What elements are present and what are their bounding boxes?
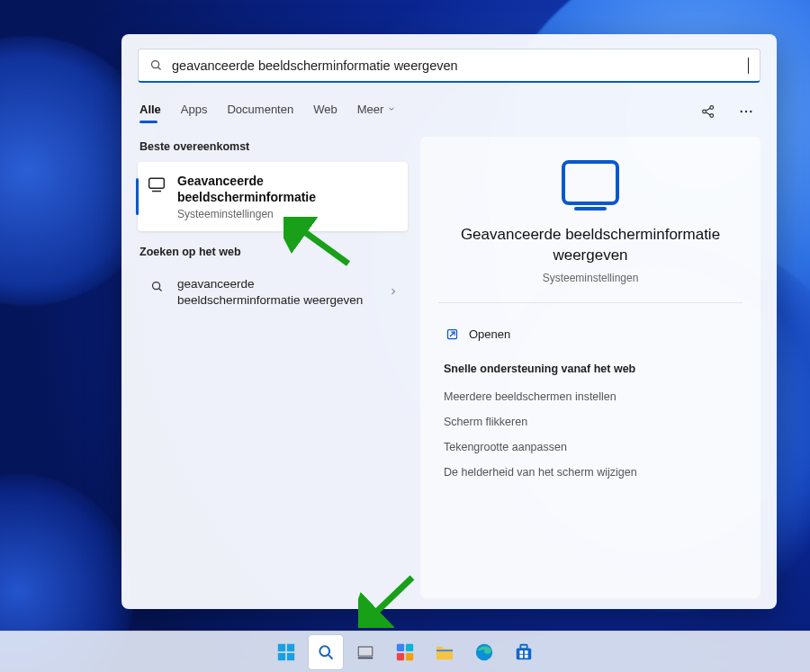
- svg-line-5: [706, 108, 710, 111]
- filter-tabs: Alle Apps Documenten Web Meer: [138, 99, 760, 124]
- svg-rect-27: [359, 647, 373, 655]
- taskview-button[interactable]: [348, 635, 382, 669]
- result-subtitle: Systeeminstellingen: [177, 208, 316, 220]
- svg-rect-37: [519, 650, 523, 654]
- tab-documents[interactable]: Documenten: [227, 103, 293, 121]
- text-cursor: [748, 58, 749, 74]
- svg-point-8: [745, 111, 747, 112]
- results-list: Beste overeenkomst Geavanceerde beeldsch…: [138, 137, 408, 598]
- web-heading: Zoeken op het web: [140, 246, 406, 258]
- svg-point-12: [152, 282, 159, 290]
- edge-button[interactable]: [467, 635, 501, 669]
- svg-rect-38: [525, 650, 528, 654]
- svg-rect-21: [287, 643, 294, 650]
- svg-rect-30: [406, 643, 413, 650]
- divider: [438, 302, 742, 303]
- svg-rect-23: [287, 652, 294, 659]
- web-result-line1: geavanceerde: [177, 276, 363, 292]
- svg-point-3: [710, 106, 714, 110]
- store-button[interactable]: [507, 635, 541, 669]
- svg-point-7: [741, 111, 742, 112]
- svg-rect-40: [525, 654, 528, 658]
- taskbar: [0, 631, 810, 672]
- svg-point-2: [703, 110, 706, 113]
- quick-link[interactable]: Meerdere beeldschermen instellen: [442, 384, 739, 409]
- svg-rect-29: [397, 643, 404, 650]
- best-match-heading: Beste overeenkomst: [140, 140, 406, 153]
- taskbar-search-button[interactable]: [309, 635, 343, 669]
- search-icon: [147, 276, 166, 293]
- svg-line-25: [328, 654, 333, 659]
- web-result-line2: beeldscherminformatie weergeven: [177, 292, 363, 309]
- quick-link[interactable]: Tekengrootte aanpassen: [442, 435, 739, 460]
- search-icon: [149, 58, 163, 72]
- svg-line-13: [158, 289, 161, 291]
- svg-point-9: [750, 111, 752, 112]
- svg-point-0: [152, 61, 159, 68]
- svg-line-1: [158, 67, 161, 70]
- quick-help-heading: Snelle ondersteuning vanaf het web: [444, 363, 737, 375]
- open-icon: [444, 327, 460, 343]
- tab-web[interactable]: Web: [313, 103, 338, 121]
- open-label: Openen: [469, 327, 510, 341]
- chevron-down-icon: [387, 104, 396, 113]
- result-title-line1: Geavanceerde: [177, 173, 316, 189]
- svg-rect-20: [278, 643, 285, 650]
- svg-rect-22: [278, 652, 285, 659]
- open-action[interactable]: Openen: [442, 319, 739, 350]
- svg-rect-32: [406, 652, 413, 659]
- search-flyout: Alle Apps Documenten Web Meer Beste over…: [122, 34, 777, 609]
- search-input[interactable]: [172, 58, 739, 73]
- svg-rect-36: [520, 644, 526, 649]
- preview-pane: Geavanceerde beeldscherminformatie weerg…: [420, 137, 760, 598]
- tab-more[interactable]: Meer: [357, 103, 397, 121]
- quick-link[interactable]: De helderheid van het scherm wijzigen: [442, 460, 739, 485]
- svg-line-6: [706, 112, 710, 115]
- svg-point-24: [320, 646, 329, 656]
- tab-all[interactable]: Alle: [140, 103, 161, 121]
- svg-rect-39: [519, 654, 523, 658]
- preview-title: Geavanceerde beeldscherminformatie weerg…: [446, 225, 734, 266]
- monitor-icon: [147, 173, 166, 193]
- preview-subtitle: Systeeminstellingen: [543, 272, 639, 284]
- svg-point-4: [710, 114, 714, 118]
- result-best-match[interactable]: Geavanceerde beeldscherminformatie Syste…: [138, 162, 408, 231]
- tab-apps[interactable]: Apps: [181, 103, 208, 121]
- svg-rect-31: [397, 652, 404, 659]
- svg-rect-33: [436, 650, 453, 651]
- explorer-button[interactable]: [428, 635, 462, 669]
- chevron-right-icon: [388, 284, 399, 300]
- svg-rect-28: [358, 657, 374, 659]
- svg-line-15: [450, 332, 454, 336]
- svg-rect-10: [149, 178, 165, 188]
- monitor-icon: [562, 160, 619, 205]
- share-icon[interactable]: [696, 99, 721, 124]
- widgets-button[interactable]: [388, 635, 422, 669]
- search-box[interactable]: [138, 49, 760, 83]
- svg-rect-35: [517, 648, 532, 659]
- more-options-icon[interactable]: [734, 99, 759, 124]
- start-button[interactable]: [269, 635, 303, 669]
- result-web[interactable]: geavanceerde beeldscherminformatie weerg…: [138, 267, 408, 317]
- result-title-line2: beeldscherminformatie: [177, 189, 316, 205]
- quick-link[interactable]: Scherm flikkeren: [442, 409, 739, 435]
